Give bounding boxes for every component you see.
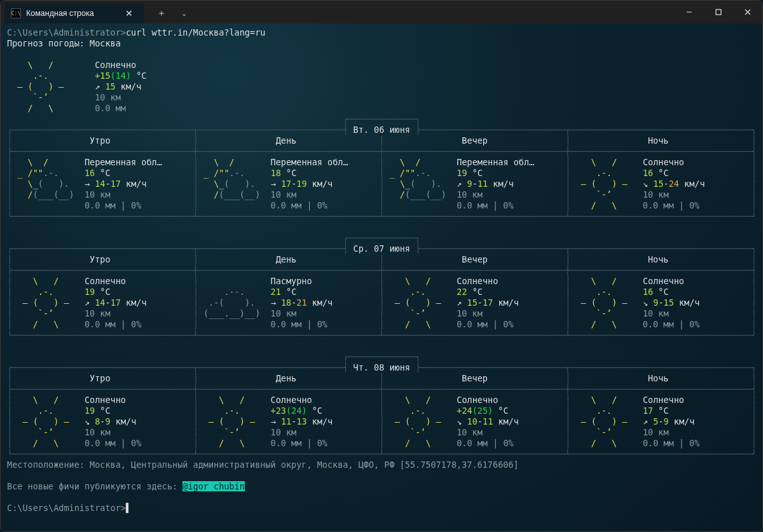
close-tab-icon[interactable]: ✕ (121, 7, 137, 20)
terminal-icon: C:\ (11, 8, 21, 18)
tab-actions: ＋ ⌄ (151, 3, 193, 24)
new-tab-button[interactable]: ＋ (151, 5, 172, 22)
maximize-button[interactable] (704, 1, 733, 24)
tab-command-prompt[interactable]: C:\ Командная строка ✕ (4, 3, 144, 24)
tab-dropdown-button[interactable]: ⌄ (175, 7, 193, 20)
terminal-output[interactable]: C:\Users\Administrator>curl wttr.in/Моск… (1, 24, 762, 531)
window-controls (675, 1, 762, 24)
close-window-button[interactable] (733, 1, 762, 24)
minimize-button[interactable] (675, 1, 704, 24)
svg-rect-0 (716, 10, 721, 15)
tab-title: Командная строка (26, 9, 116, 18)
titlebar: C:\ Командная строка ✕ ＋ ⌄ (1, 1, 762, 24)
